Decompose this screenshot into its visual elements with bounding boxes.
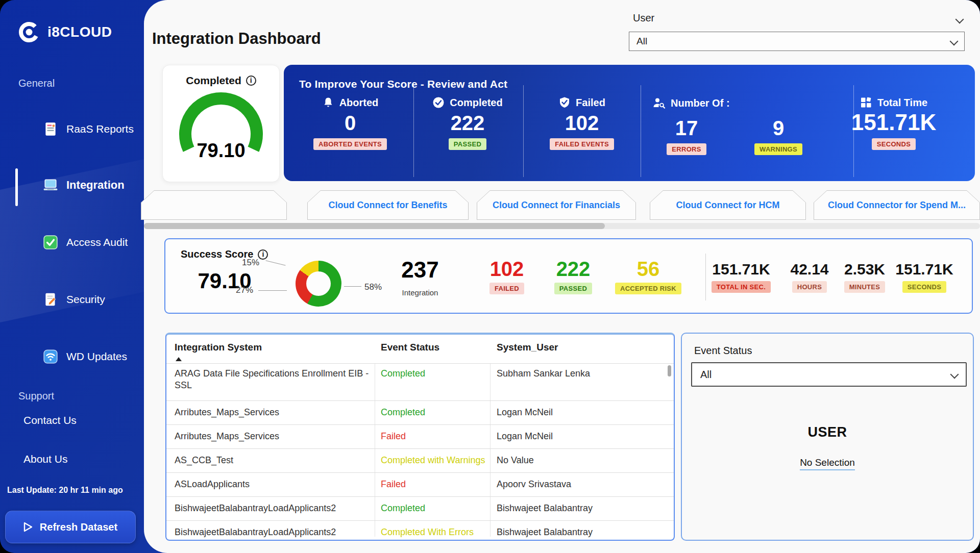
cell-system-user: No Value bbox=[497, 455, 650, 466]
accepted-risk-value: 56 bbox=[637, 258, 660, 280]
table-row[interactable]: Arributes_Maps_Services Failed Logan McN… bbox=[166, 424, 674, 448]
total-in-sec-value: 151.71K bbox=[712, 261, 770, 278]
cell-system-user: Logan McNeil bbox=[497, 431, 650, 442]
stat-badge: FAILED EVENTS bbox=[550, 138, 614, 150]
table-row[interactable]: Arributes_Maps_Services Completed Logan … bbox=[166, 400, 674, 424]
vertical-scrollbar-thumb[interactable] bbox=[668, 365, 671, 376]
passed-badge: PASSED bbox=[554, 283, 592, 294]
failed-badge: FAILED bbox=[489, 283, 524, 294]
stat-value: 222 bbox=[451, 111, 485, 135]
warnings-value: 9 bbox=[773, 116, 784, 140]
table-row[interactable]: BishwajeetBalabantrayLoadApplicants2 Com… bbox=[166, 520, 674, 541]
event-status-value: All bbox=[700, 369, 712, 381]
info-icon[interactable]: i bbox=[258, 249, 268, 260]
tab-blank[interactable] bbox=[141, 190, 287, 220]
stat-label: Number Of : bbox=[671, 97, 730, 109]
column-header-integration-system[interactable]: Integration System bbox=[175, 342, 262, 353]
chevron-down-icon bbox=[950, 370, 959, 379]
sidebar-item-label: WD Updates bbox=[66, 350, 127, 363]
stat-label: Failed bbox=[576, 97, 605, 109]
main-content: Integration Dashboard User All Completed… bbox=[144, 0, 980, 553]
cell-integration-system: BishwajeetBalabantrayLoadApplicants2 bbox=[175, 526, 371, 538]
sidebar-item-integration[interactable]: Integration bbox=[43, 178, 125, 193]
info-icon[interactable]: i bbox=[246, 76, 256, 86]
failed-metric: 102 FAILED bbox=[469, 258, 545, 294]
logo-text: i8CLOUD bbox=[47, 24, 112, 40]
active-indicator bbox=[15, 168, 18, 206]
cell-system-user: Apoorv Srivastava bbox=[497, 479, 650, 490]
shield-check-icon bbox=[558, 96, 571, 109]
errors-stat: 17 ERRORS bbox=[648, 114, 725, 155]
gauge-value: 79.10 bbox=[163, 140, 279, 162]
tab-cloud-connect-financials[interactable]: Cloud Connect for Financials bbox=[477, 190, 636, 220]
sidebar-item-raas-reports[interactable]: RaaS Reports bbox=[43, 121, 134, 137]
sidebar-item-label: Access Audit bbox=[66, 236, 128, 248]
table-rows: ARAG Data File Specifications Enrollment… bbox=[166, 363, 674, 540]
cell-integration-system: ASLoadApplicants bbox=[175, 479, 371, 490]
horizontal-scrollbar[interactable] bbox=[144, 223, 980, 229]
table-row[interactable]: ASLoadApplicants Failed Apoorv Srivastav… bbox=[166, 472, 674, 496]
sidebar-item-contact-us[interactable]: Contact Us bbox=[23, 414, 77, 426]
errors-badge: ERRORS bbox=[667, 143, 706, 155]
total-in-sec-badge: TOTAL IN SEC. bbox=[712, 281, 771, 293]
passed-value: 222 bbox=[556, 258, 591, 280]
event-status-dropdown[interactable]: All bbox=[691, 362, 967, 387]
stat-badge: PASSED bbox=[449, 138, 486, 150]
screen: i8CLOUD General RaaS Reports bbox=[0, 0, 980, 553]
stat-total-time: Total Time 151.71K SECONDS bbox=[845, 96, 942, 150]
report-icon bbox=[43, 121, 58, 137]
grid-icon bbox=[860, 96, 872, 109]
table-row[interactable]: AS_CCB_Test Completed with Warnings No V… bbox=[166, 448, 674, 472]
event-status-label: Event Status bbox=[694, 345, 752, 357]
score-banner: To Improve Your Score - Review and Act A… bbox=[284, 65, 975, 181]
column-header-event-status[interactable]: Event Status bbox=[381, 342, 439, 353]
sidebar-item-wd-updates[interactable]: WD Updates bbox=[43, 349, 127, 364]
user-filter-dropdown[interactable]: All bbox=[629, 32, 965, 51]
sidebar-item-access-audit[interactable]: Access Audit bbox=[43, 235, 128, 250]
cell-event-status: Completed bbox=[381, 407, 488, 418]
completed-gauge-card: Completed i 79.10 bbox=[162, 65, 280, 182]
logo: i8CLOUD bbox=[17, 20, 112, 44]
column-header-system-user[interactable]: System_User bbox=[497, 342, 558, 353]
sidebar-item-security[interactable]: Security bbox=[43, 292, 105, 307]
sidebar-item-about-us[interactable]: About Us bbox=[23, 453, 67, 465]
cell-event-status: Completed with Warnings bbox=[381, 455, 488, 466]
stat-value: 0 bbox=[345, 111, 356, 135]
seconds-metric: 151.71K SECONDS bbox=[889, 261, 960, 293]
integration-count-label: Integration bbox=[387, 288, 453, 297]
minutes-value: 2.53K bbox=[844, 261, 885, 278]
refresh-dataset-button[interactable]: Refresh Dataset bbox=[5, 511, 136, 543]
seconds-value: 151.71K bbox=[895, 261, 953, 278]
tab-label: Cloud Connect for Benefits bbox=[307, 190, 469, 220]
tab-cloud-connect-hcm[interactable]: Cloud Connect for HCM bbox=[650, 190, 806, 220]
accepted-risk-metric: 56 ACCEPTED RISK bbox=[610, 258, 687, 294]
cell-event-status: Completed bbox=[381, 502, 488, 514]
cell-system-user: Subham Sankar Lenka bbox=[497, 368, 650, 380]
total-time-value: 151.71K bbox=[851, 110, 936, 135]
app-window: i8CLOUD General RaaS Reports bbox=[0, 0, 980, 553]
sidebar-item-label: Integration bbox=[66, 179, 125, 192]
laptop-icon bbox=[43, 178, 58, 193]
security-doc-icon bbox=[43, 292, 58, 307]
event-status-filter-panel: Event Status All USER No Selection bbox=[681, 333, 974, 541]
cell-integration-system: Arributes_Maps_Services bbox=[175, 431, 371, 442]
user-slicer-chevron-down-icon[interactable] bbox=[957, 15, 963, 24]
passed-metric: 222 PASSED bbox=[535, 258, 611, 294]
stat-aborted: Aborted 0 ABORTED EVENTS bbox=[299, 96, 401, 150]
stat-value: 102 bbox=[565, 111, 599, 135]
user-filter-value: All bbox=[636, 36, 647, 47]
cell-event-status: Completed bbox=[381, 368, 488, 380]
cell-event-status: Failed bbox=[381, 479, 488, 490]
user-filter-label: User bbox=[633, 12, 654, 24]
bell-icon bbox=[322, 96, 334, 109]
stat-failed: Failed 102 FAILED EVENTS bbox=[531, 96, 633, 150]
minutes-badge: MINUTES bbox=[844, 281, 886, 293]
user-no-selection-link[interactable]: No Selection bbox=[800, 457, 855, 470]
table-row[interactable]: BishwajeetBalabantrayLoadApplicants2 Com… bbox=[166, 496, 674, 520]
cell-integration-system: ARAG Data File Specifications Enrollment… bbox=[175, 368, 371, 391]
tab-cloud-connector-spend[interactable]: Cloud Connector for Spend M... bbox=[814, 190, 980, 220]
scrollbar-thumb[interactable] bbox=[144, 223, 605, 229]
total-in-sec-metric: 151.71K TOTAL IN SEC. bbox=[705, 261, 777, 293]
table-row[interactable]: ARAG Data File Specifications Enrollment… bbox=[166, 363, 674, 400]
tab-cloud-connect-benefits[interactable]: Cloud Connect for Benefits bbox=[307, 190, 469, 220]
